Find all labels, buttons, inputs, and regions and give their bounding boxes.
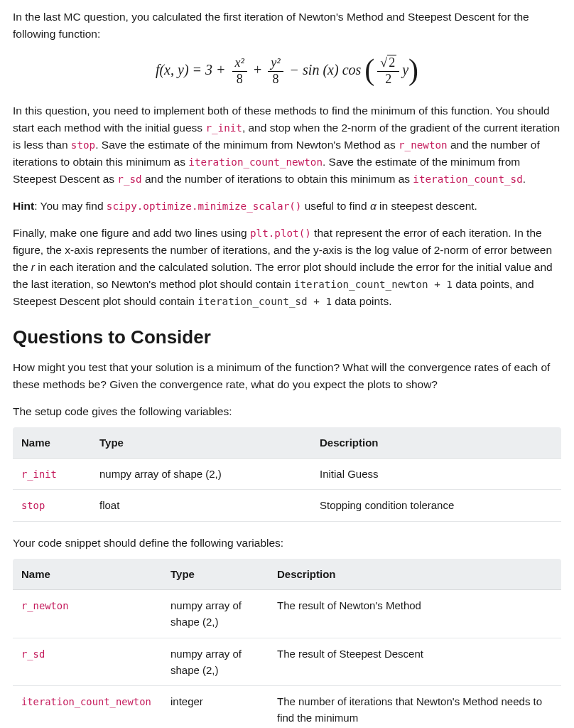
col-name: Name bbox=[13, 427, 91, 459]
var-name: r_sd bbox=[21, 648, 45, 660]
col-type: Type bbox=[162, 559, 269, 590]
code-iter-newton-plus-1: iteration_count_newton + 1 bbox=[294, 279, 453, 290]
hint-label: Hint bbox=[13, 200, 34, 212]
table-row: iteration_count_newton integer The numbe… bbox=[13, 686, 561, 729]
code-plt-plot: plt.plot() bbox=[250, 228, 311, 239]
intro-paragraph-2: In this question, you need to implement … bbox=[13, 102, 561, 188]
output-vars-table: Name Type Description r_newton numpy arr… bbox=[13, 559, 561, 728]
table-row: r_init numpy array of shape (2,) Initial… bbox=[13, 458, 561, 489]
code-r-sd: r_sd bbox=[117, 173, 141, 185]
var-desc: The result of Steepest Descent bbox=[269, 638, 561, 686]
code-iter-sd-plus-1: iteration_count_sd + 1 bbox=[197, 296, 332, 307]
code-stop: stop bbox=[71, 139, 95, 151]
table-row: r_newton numpy array of shape (2,) The r… bbox=[13, 590, 561, 638]
setup-vars-table: Name Type Description r_init numpy array… bbox=[13, 427, 561, 522]
var-name: r_newton bbox=[21, 600, 68, 611]
code-iter-sd: iteration_count_sd bbox=[413, 173, 522, 185]
hint-paragraph: Hint: You may find scipy.optimize.minimi… bbox=[13, 198, 561, 215]
questions-body: How might you test that your solution is… bbox=[13, 359, 561, 393]
code-r-newton: r_newton bbox=[399, 139, 448, 151]
col-name: Name bbox=[13, 559, 162, 590]
table-row: r_sd numpy array of shape (2,) The resul… bbox=[13, 638, 561, 686]
plot-paragraph: Finally, make one figure and add two lin… bbox=[13, 225, 561, 310]
col-type: Type bbox=[91, 427, 311, 459]
output-vars-intro: Your code snippet should define the foll… bbox=[13, 535, 561, 552]
col-desc: Description bbox=[269, 559, 561, 590]
setup-vars-intro: The setup code gives the following varia… bbox=[13, 403, 561, 420]
var-type: integer bbox=[162, 686, 269, 729]
code-r-init: r_init bbox=[205, 122, 242, 134]
var-desc: Stopping condition tolerance bbox=[311, 490, 561, 521]
var-name: r_init bbox=[21, 469, 57, 480]
var-type: float bbox=[91, 490, 311, 521]
var-desc: Initial Guess bbox=[311, 458, 561, 489]
var-desc: The result of Newton's Method bbox=[269, 590, 561, 638]
var-desc: The number of iterations that Newton's M… bbox=[269, 686, 561, 729]
var-type: numpy array of shape (2,) bbox=[162, 638, 269, 686]
table-row: stop float Stopping condition tolerance bbox=[13, 490, 561, 521]
questions-heading: Questions to Consider bbox=[13, 323, 561, 351]
function-formula: f(x, y) = 3 + x²8 + y²8 − sin (x) cos (2… bbox=[13, 55, 561, 87]
var-type: numpy array of shape (2,) bbox=[91, 458, 311, 489]
var-type: numpy array of shape (2,) bbox=[162, 590, 269, 638]
intro-paragraph-1: In the last MC question, you calculated … bbox=[13, 9, 561, 43]
var-name: stop bbox=[21, 500, 45, 511]
var-name: iteration_count_newton bbox=[21, 696, 151, 707]
code-scipy: scipy.optimize.minimize_scalar() bbox=[107, 200, 302, 212]
code-iter-newton: iteration_count_newton bbox=[188, 156, 323, 168]
col-desc: Description bbox=[311, 427, 561, 459]
